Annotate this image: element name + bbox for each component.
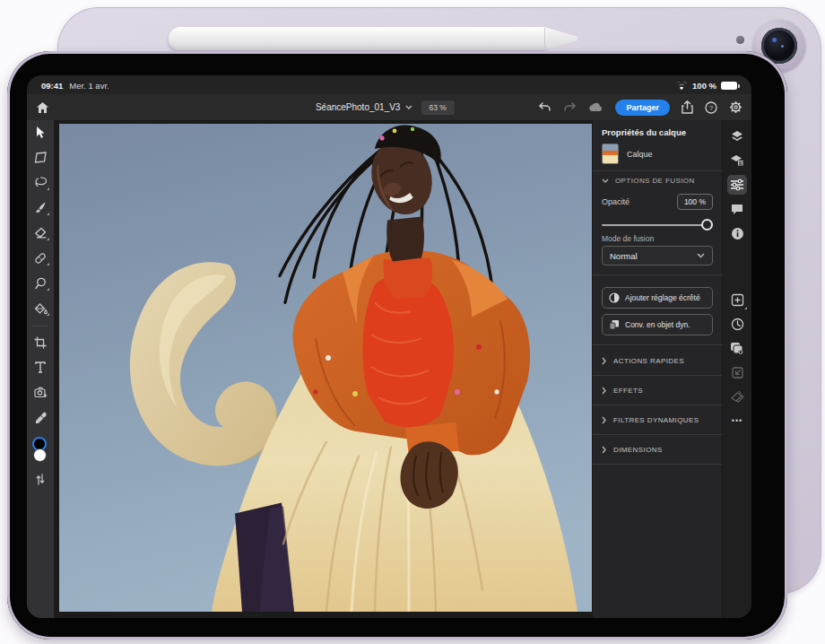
cloud-sync-icon[interactable] <box>588 102 604 112</box>
home-icon[interactable] <box>36 101 49 114</box>
lens-reflection <box>772 38 777 42</box>
opacity-label: Opacité <box>602 197 630 206</box>
fill-tool[interactable] <box>31 300 49 316</box>
chevron-down-icon <box>404 105 412 109</box>
section-effets[interactable]: EFFETS <box>593 376 722 405</box>
chevron-down-icon <box>697 253 705 258</box>
app-header: SéancePhoto_01_V3 63 % Partager ? <box>27 94 751 120</box>
eyedropper-tool[interactable] <box>31 410 49 425</box>
swap-colors-icon[interactable] <box>31 472 49 487</box>
smart-object-icon <box>609 319 620 330</box>
layer-name: Calque <box>627 150 653 159</box>
opacity-row: Opacité 100 % <box>602 194 713 210</box>
settings-icon[interactable] <box>729 100 742 114</box>
add-layer-icon[interactable] <box>727 290 747 309</box>
section-filtres-dynamiques[interactable]: FILTRES DYNAMIQUES <box>593 405 722 435</box>
status-time: 09:41 <box>41 81 63 91</box>
document-title[interactable]: SéancePhoto_01_V3 <box>316 102 412 112</box>
more-icon[interactable]: ••• <box>727 411 747 431</box>
canvas[interactable] <box>54 120 592 618</box>
redo-icon[interactable] <box>563 102 577 113</box>
lasso-tool[interactable] <box>31 175 49 190</box>
crop-tool[interactable] <box>31 335 49 350</box>
blend-mode-value: Normal <box>610 251 638 261</box>
opacity-slider[interactable] <box>602 219 713 231</box>
layer-thumbnail <box>602 144 619 164</box>
type-tool[interactable] <box>31 360 49 375</box>
battery-percent: 100 % <box>692 81 716 91</box>
duplicate-layer-icon[interactable] <box>727 338 747 358</box>
chevron-right-icon <box>602 357 606 365</box>
share-button[interactable]: Partager <box>615 100 670 116</box>
layers-icon[interactable] <box>727 126 747 146</box>
import-icon[interactable] <box>727 362 747 382</box>
properties-icon[interactable] <box>727 175 747 195</box>
zoom-level-badge[interactable]: 63 % <box>421 100 454 115</box>
blend-mode-label: Mode de fusion <box>602 234 654 243</box>
chevron-right-icon <box>602 387 606 395</box>
move-tool[interactable] <box>31 125 49 140</box>
chevron-right-icon <box>602 446 606 454</box>
wifi-icon <box>675 82 688 91</box>
chevron-down-icon <box>602 178 609 183</box>
panel-divider <box>593 344 723 345</box>
tool-bar <box>27 120 54 618</box>
tool-flyout-tick <box>47 238 49 240</box>
export-share-icon[interactable] <box>682 100 693 114</box>
svg-text:?: ? <box>709 104 714 112</box>
tool-flyout-tick <box>47 263 49 265</box>
panel-switcher-strip: ••• <box>722 120 751 618</box>
opacity-value[interactable]: 100 % <box>677 194 713 210</box>
place-photo-tool[interactable] <box>31 385 49 400</box>
screen: 09:41 Mer. 1 avr. 100 % <box>27 75 751 618</box>
brush-tool[interactable] <box>31 200 49 215</box>
battery-icon <box>721 82 737 90</box>
chevron-right-icon <box>602 416 606 424</box>
adjustment-contrast-icon <box>609 292 620 303</box>
undo-icon[interactable] <box>538 102 551 113</box>
panel-divider <box>593 170 723 171</box>
blend-mode-select[interactable]: Normal <box>602 246 713 265</box>
tool-flyout-tick <box>47 213 49 215</box>
transform-tool[interactable] <box>31 150 49 165</box>
healing-tool[interactable] <box>31 250 49 265</box>
status-bar: 09:41 Mer. 1 avr. 100 % <box>27 75 751 94</box>
workspace: Propriétés du calque Calque OPTIONS DE F… <box>27 120 751 618</box>
section-dimensions[interactable]: DIMENSIONS <box>593 435 722 465</box>
apple-pencil <box>169 27 547 50</box>
layer-properties-panel: Propriétés du calque Calque OPTIONS DE F… <box>592 120 722 618</box>
toolbar-divider <box>32 326 48 326</box>
eraser-tool[interactable] <box>31 225 49 240</box>
panel-sections: ACTIONS RAPIDES EFFETS FILTRES DYNAMIQUE… <box>593 346 722 465</box>
tool-flyout-tick <box>47 187 49 190</box>
rear-microphone <box>736 36 744 44</box>
help-icon[interactable]: ? <box>705 101 717 114</box>
status-date: Mer. 1 avr. <box>69 81 109 91</box>
photo-document[interactable] <box>59 124 592 612</box>
lens-reflection-2 <box>781 45 784 48</box>
slider-track <box>602 224 709 226</box>
color-swatches[interactable] <box>31 437 49 465</box>
comments-icon[interactable] <box>727 199 747 219</box>
tool-flyout-tick <box>47 313 49 316</box>
flatten-icon[interactable] <box>727 387 747 406</box>
tool-flyout-tick <box>47 288 49 291</box>
info-icon[interactable] <box>727 223 747 243</box>
layer-row[interactable]: Calque <box>602 144 653 164</box>
section-actions-rapides[interactable]: ACTIONS RAPIDES <box>593 346 722 376</box>
flyout-tick <box>744 307 747 309</box>
pencil-seam <box>544 28 545 49</box>
adjustment-layer-icon[interactable] <box>727 151 747 170</box>
marketing-scene: 09:41 Mer. 1 avr. 100 % <box>0 0 825 644</box>
panel-divider <box>593 274 723 275</box>
blend-options-header[interactable]: OPTIONS DE FUSION <box>602 177 695 185</box>
slider-knob[interactable] <box>701 219 713 231</box>
panel-title: Propriétés du calque <box>602 127 686 137</box>
add-clipped-adjustment-button[interactable]: Ajouter réglage écrêté <box>602 287 713 309</box>
convert-smart-object-button[interactable]: Conv. en objet dyn. <box>602 314 713 335</box>
history-icon[interactable] <box>727 314 747 334</box>
ipad-front-device: 09:41 Mer. 1 avr. 100 % <box>7 51 787 640</box>
clone-stamp-tool[interactable] <box>31 275 49 291</box>
background-color-swatch[interactable] <box>33 448 47 462</box>
